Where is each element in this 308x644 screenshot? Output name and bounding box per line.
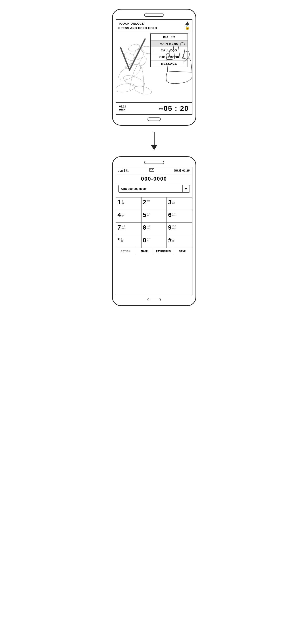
message-icon [149, 168, 154, 173]
key-5[interactable]: 5 ㄴㄹ jkl [141, 210, 167, 222]
date-display: 02.13 WED [119, 105, 126, 112]
key-7[interactable]: 7 ㅂㅍ pqrs [116, 223, 141, 235]
key-9[interactable]: 9 ㅈㅊ wxyz [167, 223, 192, 235]
lock-icons-group: 🔓 [185, 22, 190, 30]
touch-unlock-text: TOUCH UNLOCK PRESS AND HOLD HOLD [118, 22, 157, 30]
favorites-button[interactable]: FAVORITES [154, 248, 173, 254]
antenna-icon [126, 169, 129, 172]
keypad-row-1: 1 ㅣ .qz 2 abc 3 — [116, 198, 192, 210]
status-left [118, 169, 129, 172]
option-button[interactable]: OPTION [116, 248, 135, 254]
dropdown-arrow-icon[interactable]: ▼ [182, 185, 190, 192]
nate-button[interactable]: NATE [135, 248, 154, 254]
speaker-2 [144, 161, 164, 164]
screen1-body: DIALER MAIN MENU CALL LOG PHONEBOOK MESS… [116, 31, 192, 102]
lock-icon: 🔓 [185, 26, 190, 30]
keypad-row-4: * ㅣ .qz 0 ㅇㅁ + # ㅣ [116, 235, 192, 248]
home-button-1[interactable] [147, 118, 161, 121]
down-arrow-indicator [151, 132, 157, 150]
arrow-head [151, 145, 157, 150]
svg-point-2 [116, 82, 136, 94]
keypad-row-2: 4 ㄱㄴ ghi 5 ㄴㄹ jkl 6 ㄷㅌ [116, 210, 192, 223]
hand-gesture-svg [161, 40, 192, 84]
contact-name: ABC 000-000-0000 [119, 186, 182, 192]
phone-device-2: 02:25 000-0000 ABC 000-000-0000 ▼ 1 ㅣ .q… [112, 156, 196, 306]
keypad-row-3: 7 ㅂㅍ pqrs 8 ㅅㅎ tuv 9 ㅈㅊ [116, 223, 192, 235]
key-star[interactable]: * ㅣ .qz [116, 235, 141, 248]
signal-icon [118, 169, 125, 172]
phone-device-1: TOUCH UNLOCK PRESS AND HOLD HOLD 🔓 [112, 9, 196, 126]
key-hash[interactable]: # ㅣ @ [167, 235, 192, 248]
menu-item-dialer[interactable]: DIALER [151, 34, 188, 40]
key-6[interactable]: 6 ㄷㅌ mno [167, 210, 192, 222]
phone-screen-1: TOUCH UNLOCK PRESS AND HOLD HOLD 🔓 [116, 19, 192, 115]
speaker-1 [144, 14, 164, 16]
checkmark-gesture [118, 34, 147, 79]
battery-icon [174, 169, 181, 172]
phone-screen-2: 02:25 000-0000 ABC 000-000-0000 ▼ 1 ㅣ .q… [116, 167, 192, 295]
clock-bar: 02.13 WED PM 05 : 20 [116, 102, 192, 114]
lockscreen-header: TOUCH UNLOCK PRESS AND HOLD HOLD 🔓 [116, 20, 192, 31]
status-right: 02:25 [174, 169, 190, 172]
save-button[interactable]: SAVE [173, 248, 192, 254]
key-1[interactable]: 1 ㅣ .qz [116, 198, 141, 210]
arrow-shaft [154, 132, 155, 145]
svg-line-11 [126, 169, 127, 172]
key-4[interactable]: 4 ㄱㄴ ghi [116, 210, 141, 222]
key-8[interactable]: 8 ㅅㅎ tuv [141, 223, 167, 235]
keypad: 1 ㅣ .qz 2 abc 3 — [116, 197, 192, 248]
home-button-2[interactable] [147, 298, 161, 302]
key-3[interactable]: 3 — def [167, 198, 192, 210]
key-2[interactable]: 2 abc [141, 198, 167, 210]
status-time: 02:25 [182, 169, 190, 172]
status-bar: 02:25 [116, 167, 192, 174]
triangle-icon [185, 22, 190, 25]
key-0[interactable]: 0 ㅇㅁ + [141, 235, 167, 248]
contact-row[interactable]: ABC 000-000-0000 ▼ [118, 185, 190, 192]
number-display: 000-0000 [116, 174, 192, 184]
bottom-action-bar: OPTION NATE FAVORITES SAVE [116, 248, 192, 254]
time-display: PM 05 : 20 [159, 104, 189, 112]
